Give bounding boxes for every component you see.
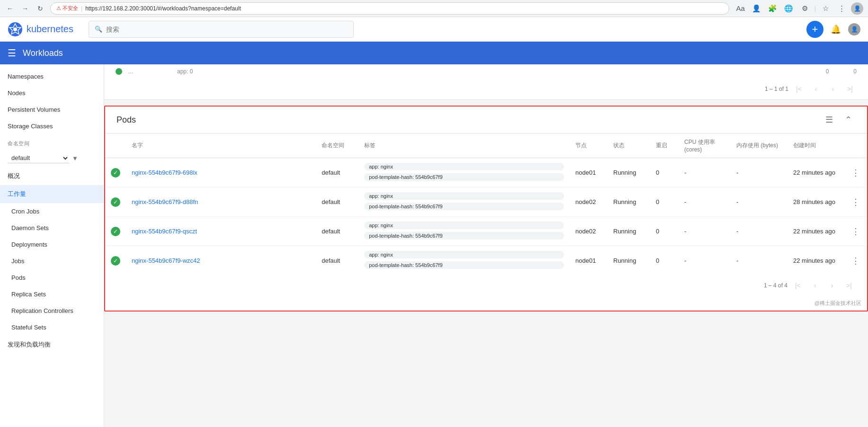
sidebar-item-persistent-volumes[interactable]: Persistent Volumes [0,101,104,118]
search-bar[interactable]: 🔍 [89,21,354,38]
pod-labels-2: app: nginxpod-template-hash: 554b9c67f9 [358,217,570,246]
workloads-title: Workloads [23,48,63,58]
label-chip: pod-template-hash: 554b9c67f9 [364,261,564,269]
namespace-select[interactable]: default [8,153,69,163]
address-bar: ⚠ 不安全 | https://192.168.2.200:30001/#/wo… [50,2,729,15]
namespace-section-label: 命名空间 [0,134,104,149]
browser-forward-btn[interactable]: → [20,3,30,14]
k8s-logo-text: kubernetes [27,24,73,35]
notifications-button[interactable]: 🔔 [827,21,844,38]
browser-reload-btn[interactable]: ↻ [35,3,45,14]
label-chip: app: nginx [364,222,564,229]
sidebar-item-overview[interactable]: 概况 [0,167,104,185]
prev-item-count2: 0 [853,68,857,75]
pods-prev-btn[interactable]: ‹ [808,279,822,292]
top-nav-actions: + 🔔 👤 [806,21,860,38]
collapse-button[interactable]: ⌃ [841,112,856,127]
menu-icon[interactable]: ☰ [8,47,16,59]
browser-more[interactable]: ⋮ [835,2,848,15]
status-icon-2: ✓ [111,227,120,236]
pod-mem-0: - [731,158,787,187]
browser-extensions[interactable]: 🧩 [766,2,779,15]
svg-point-2 [13,27,17,31]
col-header-cpu: CPU 使用率(cores) [679,133,731,158]
browser-translate[interactable]: 🌐 [782,2,796,15]
col-header-state: 状态 [608,133,650,158]
sidebar-item-pods[interactable]: Pods [0,269,104,286]
label-chip: app: nginx [364,251,564,258]
pod-link-0[interactable]: nginx-554b9c67f9-698lx [132,169,197,176]
k8s-logo-icon [8,22,23,37]
browser-back-btn[interactable]: ← [5,3,15,14]
label-chip: pod-template-hash: 554b9c67f9 [364,173,564,181]
browser-bar: ← → ↻ ⚠ 不安全 | https://192.168.2.200:3000… [0,0,868,17]
top-nav: kubernetes 🔍 + 🔔 👤 [0,17,868,42]
row-more-btn-3[interactable]: ⋮ [850,255,861,267]
user-avatar[interactable]: 👤 [848,23,860,36]
search-input[interactable] [106,26,348,33]
main-content: … app: 0 0 0 1 – 1 of 1 |< ‹ › >| Pods ☰… [104,64,868,427]
sidebar-item-workloads[interactable]: 工作量 [0,185,104,203]
pod-restart-2: 0 [650,217,679,246]
browser-bookmark[interactable]: ☆ [819,2,832,15]
browser-settings[interactable]: ⚙ [798,2,812,15]
status-icon-0: ✓ [111,168,120,178]
sidebar-item-stateful-sets[interactable]: Stateful Sets [0,319,104,336]
pods-pagination: 1 – 4 of 4 |< ‹ › >| [105,275,867,296]
pods-last-btn[interactable]: >| [842,279,856,292]
pod-node-3: node01 [570,246,608,276]
add-button[interactable]: + [806,21,823,38]
sidebar-item-replication-controllers[interactable]: Replication Controllers [0,302,104,319]
pod-created-1: 28 minutes ago [787,187,844,217]
pod-link-3[interactable]: nginx-554b9c67f9-wzc42 [132,257,200,264]
sidebar-item-nodes[interactable]: Nodes [0,85,104,101]
pod-link-1[interactable]: nginx-554b9c67f9-d88fn [132,198,198,205]
pod-labels-1: app: nginxpod-template-hash: 554b9c67f9 [358,187,570,217]
pods-next-btn[interactable]: › [825,279,839,292]
sidebar-namespace: default ▼ [0,149,104,167]
table-row: ✓nginx-554b9c67f9-qscztdefaultapp: nginx… [105,217,867,246]
label-chip: app: nginx [364,192,564,200]
browser-icons: Aa 👤 🧩 🌐 ⚙ | ☆ ⋮ 👤 [734,2,863,15]
filter-button[interactable]: ☰ [822,112,837,127]
col-header-labels: 标签 [358,133,570,158]
row-more-btn-0[interactable]: ⋮ [850,167,861,178]
pod-node-0: node01 [570,158,608,187]
col-header-node: 节点 [570,133,608,158]
sidebar-item-storage-classes[interactable]: Storage Classes [0,118,104,134]
sidebar-item-cron-jobs[interactable]: Cron Jobs [0,203,104,220]
pod-state-2: Running [608,217,650,246]
prev-pagination-info: 1 – 1 of 1 [765,86,788,92]
prev-pagination: 1 – 1 of 1 |< ‹ › >| [104,79,868,99]
sidebar-item-discovery[interactable]: 发现和负载均衡 [0,336,104,354]
pod-cpu-0: - [679,158,731,187]
sidebar-item-deployments[interactable]: Deployments [0,236,104,253]
pods-table: 名字 命名空间 标签 节点 状态 重启 CPU 使用率(cores) 内存使用 … [105,133,867,275]
prev-last-btn[interactable]: >| [843,82,857,96]
pods-section-title: Pods [116,115,136,125]
pods-first-btn[interactable]: |< [791,279,805,292]
col-header-status [105,133,126,158]
row-more-btn-1[interactable]: ⋮ [850,196,861,208]
sidebar-item-replica-sets[interactable]: Replica Sets [0,286,104,302]
prev-next-btn[interactable]: › [826,82,840,96]
pod-link-2[interactable]: nginx-554b9c67f9-qsczt [132,228,197,235]
pod-mem-1: - [731,187,787,217]
app-layout: Namespaces Nodes Persistent Volumes Stor… [0,64,868,427]
browser-read-mode[interactable]: Aa [734,2,747,15]
prev-first-btn[interactable]: |< [792,82,805,96]
pod-cpu-1: - [679,187,731,217]
status-icon-1: ✓ [111,197,120,207]
sidebar-item-daemon-sets[interactable]: Daemon Sets [0,220,104,236]
col-header-ns: 命名空间 [316,133,358,158]
browser-avatar[interactable]: 👤 [851,2,863,15]
k8s-logo[interactable]: kubernetes [8,22,73,37]
sidebar-item-namespaces[interactable]: Namespaces [0,68,104,85]
pod-state-0: Running [608,158,650,187]
sidebar-item-jobs[interactable]: Jobs [0,253,104,269]
prev-prev-btn[interactable]: ‹ [809,82,823,96]
row-more-btn-2[interactable]: ⋮ [850,226,861,237]
pod-ns-1: default [316,187,358,217]
browser-profile[interactable]: 👤 [750,2,763,15]
pod-created-3: 22 minutes ago [787,246,844,276]
